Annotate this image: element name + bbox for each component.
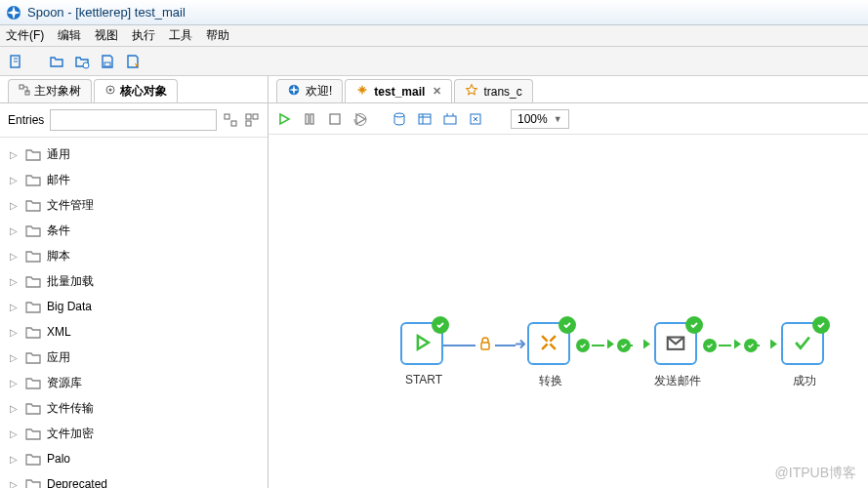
folder-icon [25, 224, 41, 237]
tree-item[interactable]: ▷ 文件加密 [0, 421, 268, 446]
tree-item[interactable]: ▷ 脚本 [0, 243, 268, 268]
tree-item[interactable]: ▷ 条件 [0, 218, 268, 243]
expand-icon[interactable]: ▷ [10, 454, 20, 465]
svg-rect-22 [481, 343, 489, 349]
expand-icon[interactable]: ▷ [10, 403, 20, 414]
hop-status-icon [703, 339, 717, 352]
job-canvas[interactable]: START 转换 发送邮件 成功 [269, 135, 868, 488]
entries-tree[interactable]: ▷ 通用 ▷ 邮件 ▷ 文件管理 ▷ 条件 ▷ 脚本 ▷ 批量加载 ▷ [0, 138, 268, 488]
expand-icon[interactable]: ▷ [10, 175, 20, 185]
expand-icon[interactable]: ▷ [10, 200, 20, 211]
tree-item[interactable]: ▷ 批量加载 [0, 268, 268, 294]
tab-core-objects[interactable]: 核心对象 [94, 79, 178, 102]
job-step-start[interactable]: START [400, 322, 443, 365]
watermark: @ITPUB博客 [775, 465, 856, 482]
results-icon[interactable] [442, 111, 458, 127]
debug-icon[interactable] [468, 111, 483, 127]
step-label: 转换 [507, 373, 595, 389]
tab-main-tree[interactable]: 主对象树 [8, 79, 92, 102]
stop-icon[interactable] [327, 111, 343, 127]
folder-icon [25, 326, 41, 339]
run-icon[interactable] [276, 111, 292, 127]
tree-item-label: 资源库 [47, 375, 82, 391]
hop[interactable] [570, 344, 654, 347]
folder-icon [25, 377, 41, 389]
welcome-icon [287, 83, 301, 100]
tree-item[interactable]: ▷ 文件传输 [0, 395, 268, 421]
tree-item[interactable]: ▷ 应用 [0, 345, 268, 370]
explore-icon[interactable] [417, 111, 433, 127]
window-title: Spoon - [kettlerep] test_mail [27, 5, 186, 20]
menu-view[interactable]: 视图 [95, 27, 118, 44]
tree-item[interactable]: ▷ 邮件 [0, 167, 268, 192]
expand-icon[interactable]: ▷ [10, 327, 20, 338]
titlebar: Spoon - [kettlerep] test_mail [0, 0, 868, 25]
tree-item[interactable]: ▷ 文件管理 [0, 192, 268, 218]
filter-input[interactable] [50, 109, 217, 131]
svg-rect-19 [444, 116, 456, 124]
zoom-select[interactable]: 100% ▼ [511, 109, 569, 129]
tree-item[interactable]: ▷ Deprecated [0, 471, 268, 488]
collapse-all-icon[interactable] [244, 112, 260, 128]
menu-file[interactable]: 文件(F) [6, 27, 44, 44]
expand-icon[interactable]: ▷ [10, 251, 20, 262]
arrow-icon [604, 338, 618, 354]
replay-icon[interactable] [352, 111, 368, 127]
expand-icon[interactable]: ▷ [10, 149, 20, 160]
svg-point-7 [109, 89, 112, 92]
menu-tools[interactable]: 工具 [169, 27, 192, 44]
menu-edit[interactable]: 编辑 [58, 27, 81, 44]
expand-icon[interactable]: ▷ [10, 352, 20, 363]
canvas-toolbar: 100% ▼ [269, 103, 868, 135]
expand-icon[interactable]: ▷ [10, 479, 20, 489]
tree-item[interactable]: ▷ Palo [0, 446, 268, 471]
expand-icon[interactable]: ▷ [10, 302, 20, 312]
menu-run[interactable]: 执行 [132, 27, 155, 44]
svg-point-2 [83, 62, 89, 68]
hop[interactable] [697, 344, 781, 347]
tree-item-label: 应用 [47, 349, 70, 366]
success-badge-icon [558, 316, 576, 334]
new-file-icon[interactable] [8, 54, 23, 69]
job-step-success[interactable]: 成功 [781, 322, 824, 365]
job-step-mail[interactable]: 发送邮件 [654, 322, 697, 365]
save-icon[interactable] [100, 54, 115, 69]
tree-item-label: 文件传输 [47, 400, 94, 417]
tree-item-label: 脚本 [47, 248, 70, 264]
tree-item[interactable]: ▷ Big Data [0, 294, 268, 319]
folder-icon [25, 351, 41, 364]
tree-item-label: 条件 [47, 223, 70, 239]
svg-rect-15 [310, 114, 313, 124]
close-icon[interactable]: ✕ [433, 85, 441, 98]
save-as-icon[interactable] [125, 54, 141, 69]
open-folder-icon[interactable] [49, 54, 64, 69]
tab-welcome[interactable]: 欢迎! [276, 79, 343, 102]
job-step-trans[interactable]: 转换 [527, 322, 570, 365]
menu-help[interactable]: 帮助 [206, 27, 229, 44]
expand-icon[interactable]: ▷ [10, 276, 20, 287]
expand-all-icon[interactable] [223, 112, 238, 128]
folder-icon [25, 199, 41, 212]
svg-rect-16 [330, 114, 340, 124]
open-repo-icon[interactable] [74, 54, 90, 69]
tab-trans-c[interactable]: trans_c [454, 79, 532, 102]
tree-item-label: 文件管理 [47, 197, 94, 214]
folder-icon [25, 174, 41, 186]
tree-item[interactable]: ▷ 资源库 [0, 370, 268, 395]
pause-icon[interactable] [302, 111, 317, 127]
sql-icon[interactable] [392, 111, 407, 127]
check-icon [792, 332, 813, 356]
folder-icon [25, 275, 41, 288]
folder-icon [25, 148, 41, 161]
expand-icon[interactable]: ▷ [10, 225, 20, 236]
hop[interactable] [443, 344, 527, 347]
lock-icon [477, 336, 493, 354]
expand-icon[interactable]: ▷ [10, 428, 20, 439]
tree-item[interactable]: ▷ XML [0, 319, 268, 345]
tree-item[interactable]: ▷ 通用 [0, 142, 268, 167]
trans-icon [465, 83, 478, 100]
folder-icon [25, 453, 41, 466]
tab-test-mail[interactable]: test_mail ✕ [345, 79, 452, 102]
expand-icon[interactable]: ▷ [10, 378, 20, 388]
svg-rect-4 [20, 85, 23, 89]
